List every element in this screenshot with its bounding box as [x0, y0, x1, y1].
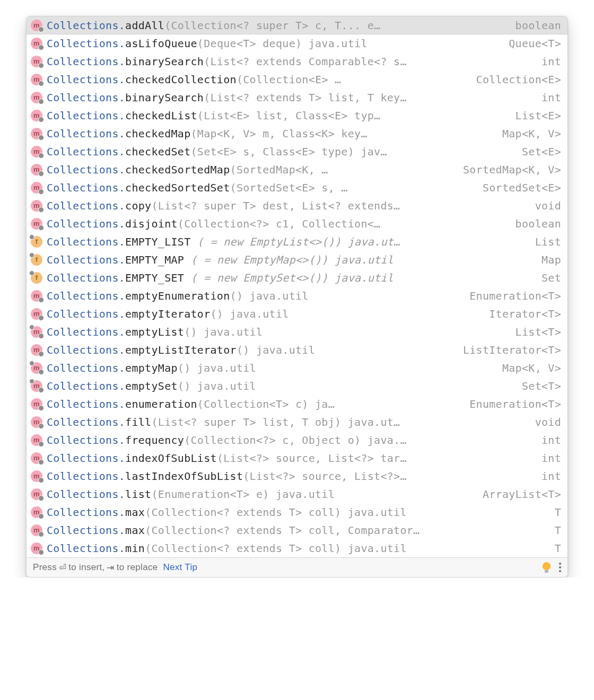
static-badge-icon: [38, 459, 44, 465]
static-badge-icon: [38, 531, 44, 537]
signature: (List<E> list, Class<E> typ…: [197, 109, 381, 122]
return-type: List<E>: [516, 107, 561, 125]
suggestion-main: Collections.max(Collection<? extends T> …: [47, 521, 547, 539]
class-name: Collections.: [47, 181, 125, 194]
member-name: binarySearch: [125, 55, 204, 68]
class-name: Collections.: [47, 199, 125, 212]
signature: (Collection<? extends T> coll) java.util: [145, 506, 407, 519]
suggestion-main: Collections.emptyIterator() java.util: [47, 305, 482, 323]
suggestion-row[interactable]: mCollections.checkedMap(Map<K, V> m, Cla…: [27, 125, 567, 143]
suggestion-row[interactable]: mCollections.checkedCollection(Collectio…: [27, 71, 567, 89]
member-name: frequency: [125, 434, 184, 447]
suggestion-main: Collections.emptyListIterator() java.uti…: [47, 341, 456, 359]
method-icon: m: [31, 218, 42, 230]
suggestion-row[interactable]: fCollections.EMPTY_MAP ( = new EmptyMap<…: [27, 251, 567, 269]
class-name: Collections.: [47, 290, 125, 302]
return-type: SortedMap<K, V>: [463, 161, 561, 179]
method-icon: m: [31, 434, 42, 446]
return-type: Set: [541, 269, 561, 287]
hint-replace-text: to replace: [117, 562, 158, 573]
suggestion-row[interactable]: mCollections.checkedList(List<E> list, C…: [27, 107, 567, 125]
suggestion-row[interactable]: mCollections.checkedSortedSet(SortedSet<…: [27, 179, 567, 197]
more-menu-icon[interactable]: [558, 562, 562, 573]
suggestion-row[interactable]: mCollections.addAll(Collection<? super T…: [27, 16, 567, 34]
suggestion-main: Collections.indexOfSubList(List<?> sourc…: [47, 449, 534, 467]
suggestion-row[interactable]: mCollections.disjoint(Collection<?> c1, …: [27, 215, 567, 233]
suggestion-row[interactable]: mCollections.fill(List<? super T> list, …: [27, 413, 567, 431]
class-name: Collections.: [47, 19, 125, 32]
member-name: checkedSortedSet: [125, 181, 230, 194]
member-name: indexOfSubList: [125, 452, 217, 465]
signature: (Collection<? extends T> coll, Comparato…: [145, 524, 420, 537]
signature: () java.util: [178, 362, 256, 374]
suggestion-row[interactable]: mCollections.emptySet() java.utilSet<T>: [27, 377, 567, 395]
next-tip-link[interactable]: Next Tip: [163, 562, 197, 573]
member-name: emptySet: [125, 380, 178, 392]
suggestion-main: Collections.addAll(Collection<? super T>…: [47, 16, 508, 34]
return-type: int: [541, 449, 561, 467]
suggestion-row[interactable]: mCollections.indexOfSubList(List<?> sour…: [27, 449, 567, 467]
suggestion-row[interactable]: mCollections.max(Collection<? extends T>…: [27, 521, 567, 539]
signature: (List<?> source, List<?>…: [243, 470, 407, 483]
class-name: Collections.: [47, 55, 125, 68]
suggestion-row[interactable]: mCollections.emptyMap() java.utilMap<K, …: [27, 359, 567, 377]
return-type: int: [541, 52, 561, 71]
method-icon: m: [31, 506, 42, 518]
suggestion-main: Collections.enumeration(Collection<T> c)…: [47, 395, 462, 413]
suggestion-main: Collections.emptyList() java.util: [47, 323, 508, 341]
member-name: checkedSortedMap: [125, 163, 230, 176]
suggestion-row[interactable]: mCollections.binarySearch(List<? extends…: [27, 52, 567, 71]
class-name: Collections.: [47, 470, 125, 483]
suggestion-main: Collections.emptyEnumeration() java.util: [47, 287, 462, 305]
return-type: Queue<T>: [509, 34, 561, 52]
signature: (Collection<T> c) ja…: [197, 398, 335, 410]
suggestion-row[interactable]: mCollections.lastIndexOfSubList(List<?> …: [27, 467, 567, 485]
method-icon: m: [31, 146, 42, 158]
suggestion-row[interactable]: mCollections.max(Collection<? extends T>…: [27, 503, 567, 521]
suggestion-row[interactable]: mCollections.emptyEnumeration() java.uti…: [27, 287, 567, 305]
suggestion-row[interactable]: mCollections.checkedSet(Set<E> s, Class<…: [27, 143, 567, 161]
suggestion-row[interactable]: mCollections.checkedSortedMap(SortedMap<…: [27, 161, 567, 179]
suggestion-row[interactable]: mCollections.list(Enumeration<T> e) java…: [27, 485, 567, 503]
class-name: Collections.: [47, 524, 125, 537]
suggestion-row[interactable]: mCollections.enumeration(Collection<T> c…: [27, 395, 567, 413]
class-name: Collections.: [47, 253, 125, 266]
signature: (SortedSet<E> s, …: [230, 181, 348, 194]
return-type: boolean: [516, 215, 561, 233]
suggestion-row[interactable]: mCollections.asLifoQueue(Deque<T> deque)…: [27, 34, 567, 52]
suggestion-row[interactable]: fCollections.EMPTY_SET ( = new EmptySet<…: [27, 269, 567, 287]
method-icon: m: [31, 182, 42, 194]
suggestion-row[interactable]: mCollections.emptyListIterator() java.ut…: [27, 341, 567, 359]
tab-key-icon: ⇥: [107, 562, 114, 573]
member-name: checkedSet: [125, 145, 190, 158]
suggestion-row[interactable]: mCollections.frequency(Collection<?> c, …: [27, 431, 567, 449]
static-badge-icon: [38, 189, 44, 195]
suggestion-row[interactable]: fCollections.EMPTY_LIST ( = new EmptyLis…: [27, 233, 567, 251]
suggestion-list: mCollections.addAll(Collection<? super T…: [27, 16, 567, 557]
suggestion-row[interactable]: mCollections.binarySearch(List<? extends…: [27, 89, 567, 107]
class-name: Collections.: [47, 362, 125, 374]
static-badge-icon: [38, 117, 44, 122]
static-badge-icon: [38, 27, 44, 32]
overlay-badge-icon: [29, 270, 34, 276]
return-type: List<T>: [516, 323, 561, 341]
signature: ( = new EmptyList<>()) java.ut…: [191, 235, 400, 248]
class-name: Collections.: [47, 235, 125, 248]
suggestion-main: Collections.emptySet() java.util: [47, 377, 514, 395]
signature: (Deque<T> deque) java.util: [197, 37, 368, 50]
return-type: Collection<E>: [476, 71, 561, 89]
method-icon: m: [31, 326, 42, 338]
suggestion-row[interactable]: mCollections.min(Collection<? extends T>…: [27, 539, 567, 557]
bulb-icon[interactable]: [543, 562, 551, 573]
static-badge-icon: [38, 351, 44, 357]
method-icon: m: [31, 344, 42, 356]
method-icon: m: [31, 290, 42, 302]
field-icon: f: [31, 272, 42, 284]
suggestion-main: Collections.min(Collection<? extends T> …: [47, 539, 547, 557]
return-type: Map: [541, 251, 561, 269]
class-name: Collections.: [47, 145, 125, 158]
suggestion-row[interactable]: mCollections.emptyList() java.utilList<T…: [27, 323, 567, 341]
suggestion-row[interactable]: mCollections.copy(List<? super T> dest, …: [27, 197, 567, 215]
method-icon: m: [31, 398, 42, 410]
suggestion-row[interactable]: mCollections.emptyIterator() java.utilIt…: [27, 305, 567, 323]
